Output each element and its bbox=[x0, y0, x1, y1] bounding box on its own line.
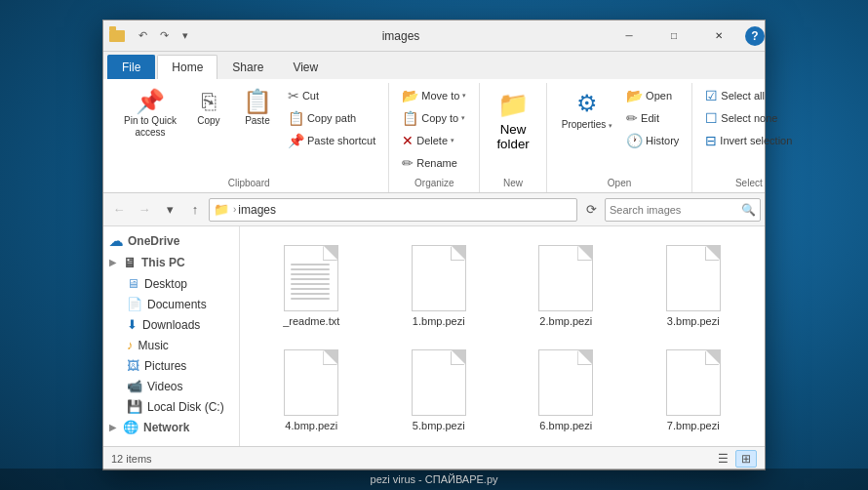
close-button[interactable]: ✕ bbox=[696, 20, 741, 52]
address-bar[interactable]: 📁 › images bbox=[209, 198, 577, 222]
select-inner: ☑ Select all ☐ Select none ⊟ Invert sele… bbox=[700, 85, 797, 151]
minimize-button[interactable]: ─ bbox=[607, 20, 651, 52]
copy-button[interactable]: ⎘ Copy bbox=[185, 85, 232, 132]
file-name-4: 4.bmp.pezi bbox=[285, 420, 337, 432]
copy-to-icon: 📋 bbox=[402, 110, 418, 126]
paste-shortcut-button[interactable]: 📌 Paste shortcut bbox=[283, 130, 380, 151]
clipboard-label: Clipboard bbox=[228, 176, 270, 192]
new-buttons: 📁 Newfolder bbox=[488, 83, 537, 176]
ribbon: 📌 Pin to Quickaccess ⎘ Copy 📋 Paste ✂ bbox=[103, 79, 765, 193]
file-doc-icon-4 bbox=[284, 349, 338, 416]
title-bar: ↶ ↷ ▾ images ─ □ ✕ ? bbox=[103, 20, 765, 52]
bottom-bar-text: pezi virus - СПАЙВАРЕ.ру bbox=[371, 473, 498, 485]
sidebar-item-documents[interactable]: 📄 Documents bbox=[103, 294, 239, 314]
select-all-button[interactable]: ☑ Select all bbox=[700, 85, 797, 106]
invert-selection-button[interactable]: ⊟ Invert selection bbox=[700, 130, 797, 151]
select-none-button[interactable]: ☐ Select none bbox=[700, 107, 797, 129]
qat-customize[interactable]: ▾ bbox=[176, 26, 195, 46]
search-input[interactable] bbox=[610, 204, 739, 216]
file-item-3[interactable]: 3.bmp.pezi bbox=[634, 238, 754, 335]
ribbon-tabs: File Home Share View bbox=[103, 52, 765, 79]
select-all-icon: ☑ bbox=[705, 88, 718, 103]
edit-button[interactable]: ✏ Edit bbox=[621, 107, 684, 129]
sidebar-item-network[interactable]: ▶ 🌐 Network bbox=[103, 417, 239, 437]
sidebar-label-localdisk: Local Disk (C:) bbox=[147, 400, 224, 414]
sidebar-item-pictures[interactable]: 🖼 Pictures bbox=[103, 355, 239, 376]
edit-label: Edit bbox=[641, 112, 659, 124]
open-button[interactable]: 📂 Open bbox=[621, 85, 684, 106]
sidebar-item-downloads[interactable]: ⬇ Downloads bbox=[103, 314, 239, 335]
paste-icon: 📋 bbox=[243, 90, 272, 113]
file-doc-icon-2 bbox=[538, 245, 593, 311]
qat-undo[interactable]: ↶ bbox=[133, 26, 152, 46]
tab-home[interactable]: Home bbox=[157, 55, 217, 79]
sidebar-item-desktop[interactable]: 🖥 Desktop bbox=[103, 273, 239, 294]
cut-button[interactable]: ✂ Cut bbox=[283, 85, 380, 106]
new-folder-label: Newfolder bbox=[496, 122, 529, 151]
properties-button[interactable]: ⚙ Properties ▾ bbox=[555, 85, 619, 136]
paste-label: Paste bbox=[245, 115, 270, 127]
search-icon: 🔍 bbox=[741, 203, 756, 217]
sidebar-item-onedrive[interactable]: ☁ OneDrive bbox=[103, 230, 239, 252]
delete-button[interactable]: ✕ Delete ▾ bbox=[397, 130, 471, 151]
main-content: ☁ OneDrive ▶ 🖥 This PC 🖥 Desktop 📄 Docum… bbox=[103, 226, 765, 446]
file-name-7: 7.bmp.pezi bbox=[667, 420, 720, 432]
new-label: New bbox=[503, 176, 523, 192]
forward-icon: → bbox=[138, 202, 151, 217]
sidebar-item-music[interactable]: ♪ Music bbox=[103, 335, 239, 355]
navigation-bar: ← → ▾ ↑ 📁 › images ⟳ 🔍 bbox=[103, 193, 765, 226]
file-item-7[interactable]: 7.bmp.pezi bbox=[634, 343, 754, 439]
move-to-icon: 📂 bbox=[402, 88, 418, 103]
scissors-icon: ✂ bbox=[288, 88, 299, 103]
address-folder-icon: 📁 bbox=[214, 202, 229, 217]
history-button[interactable]: 🕐 History bbox=[621, 130, 684, 151]
paste-button[interactable]: 📋 Paste bbox=[234, 85, 281, 132]
sidebar-label-pictures: Pictures bbox=[144, 359, 186, 373]
file-item-2[interactable]: 2.bmp.pezi bbox=[506, 238, 626, 335]
tab-file[interactable]: File bbox=[107, 55, 155, 79]
rename-button[interactable]: ✏ Rename bbox=[397, 152, 471, 174]
details-view-button[interactable]: ☰ bbox=[712, 450, 733, 468]
up-button[interactable]: ↑ bbox=[183, 198, 207, 222]
move-to-button[interactable]: 📂 Move to ▾ bbox=[397, 85, 471, 106]
back-button[interactable]: ← bbox=[107, 198, 131, 222]
recent-locations-button[interactable]: ▾ bbox=[158, 198, 181, 222]
edit-icon: ✏ bbox=[626, 110, 638, 126]
tab-view[interactable]: View bbox=[278, 55, 333, 79]
help-button[interactable]: ? bbox=[745, 26, 765, 46]
status-bar: 12 items ☰ ⊞ bbox=[103, 446, 765, 470]
file-item-4[interactable]: 4.bmp.pezi bbox=[252, 343, 372, 439]
select-buttons: ☑ Select all ☐ Select none ⊟ Invert sele… bbox=[700, 83, 797, 176]
copy-path-button[interactable]: 📋 Copy path bbox=[283, 107, 380, 129]
copy-to-label: Copy to bbox=[421, 112, 458, 124]
copy-to-button[interactable]: 📋 Copy to ▾ bbox=[397, 107, 471, 129]
qat-redo[interactable]: ↷ bbox=[154, 26, 174, 46]
refresh-button[interactable]: ⟳ bbox=[579, 198, 603, 222]
network-icon: 🌐 bbox=[123, 420, 138, 434]
search-bar[interactable]: 🔍 bbox=[605, 198, 761, 222]
large-icons-view-button[interactable]: ⊞ bbox=[735, 450, 757, 468]
file-doc-icon-6 bbox=[538, 349, 593, 416]
file-name-3: 3.bmp.pezi bbox=[667, 315, 720, 328]
sidebar-item-localdisk[interactable]: 💾 Local Disk (C:) bbox=[103, 396, 239, 417]
maximize-button[interactable]: □ bbox=[651, 20, 696, 52]
new-folder-button[interactable]: 📁 Newfolder bbox=[488, 85, 537, 156]
tab-share[interactable]: Share bbox=[217, 55, 278, 79]
file-item-6[interactable]: 6.bmp.pezi bbox=[506, 343, 626, 439]
pin-to-quick-access-button[interactable]: 📌 Pin to Quickaccess bbox=[117, 85, 183, 143]
file-item-1[interactable]: 1.bmp.pezi bbox=[379, 238, 499, 335]
desktop-icon: 🖥 bbox=[127, 276, 139, 291]
new-group: 📁 Newfolder New bbox=[480, 83, 546, 192]
sidebar: ☁ OneDrive ▶ 🖥 This PC 🖥 Desktop 📄 Docum… bbox=[103, 226, 240, 446]
up-icon: ↑ bbox=[192, 202, 199, 217]
file-name-2: 2.bmp.pezi bbox=[539, 315, 592, 328]
sidebar-label-music: Music bbox=[138, 339, 169, 352]
file-item-5[interactable]: 5.bmp.pezi bbox=[379, 343, 499, 439]
window: ↶ ↷ ▾ images ─ □ ✕ ? File Home Share Vie… bbox=[102, 20, 766, 470]
file-item[interactable]: _readme.txt bbox=[252, 238, 372, 335]
forward-button[interactable]: → bbox=[133, 198, 156, 222]
sidebar-item-thispc[interactable]: ▶ 🖥 This PC bbox=[103, 252, 239, 273]
pin-label: Pin to Quickaccess bbox=[124, 115, 177, 139]
documents-icon: 📄 bbox=[127, 297, 142, 311]
sidebar-item-videos[interactable]: 📹 Videos bbox=[103, 376, 239, 396]
